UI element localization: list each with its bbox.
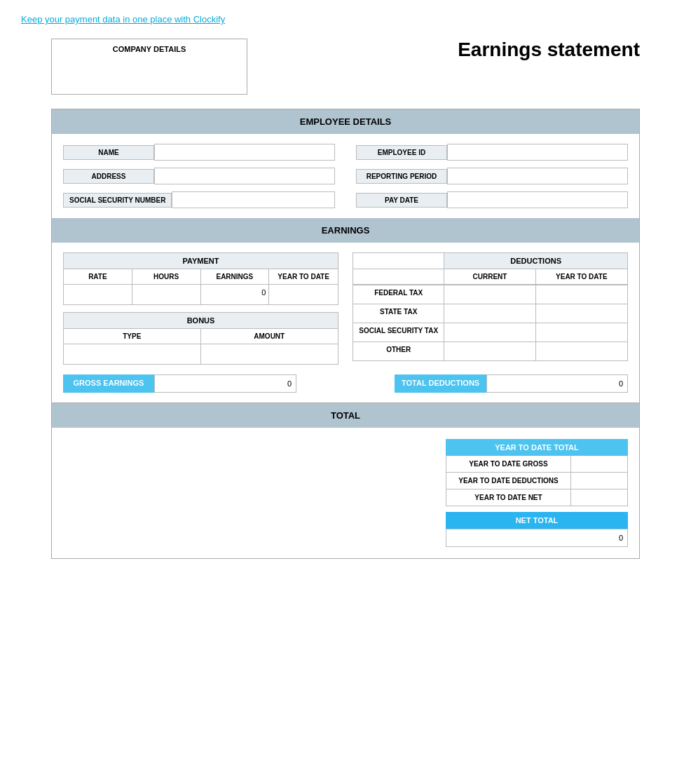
top-link-container: Keep your payment data in one place with… [0, 0, 691, 39]
employee-left-col: NAME ADDRESS SOCIAL SECURITY NUMBER [63, 144, 335, 208]
employee-id-input[interactable] [447, 144, 628, 161]
summary-spacer [310, 374, 381, 393]
earnings-body: PAYMENT RATE HOURS EARNINGS YEAR TO DATE [52, 243, 639, 403]
payment-earnings-cell[interactable]: 0 [201, 285, 270, 304]
page-title: Earnings statement [458, 39, 640, 61]
deductions-header-row: DEDUCTIONS [353, 253, 627, 269]
payment-hours-cell[interactable] [132, 285, 201, 304]
ded-state-current[interactable] [444, 304, 535, 323]
ded-col-current: CURRENT [444, 269, 535, 284]
ytd-deductions-value[interactable] [571, 473, 627, 489]
deductions-main-header: DEDUCTIONS [444, 253, 627, 269]
ytd-rows-container: YEAR TO DATE GROSS YEAR TO DATE DEDUCTIO… [446, 456, 628, 506]
ded-ss-row: SOCIAL SECURITY TAX [353, 323, 627, 342]
bonus-type-cell[interactable] [64, 344, 201, 364]
deductions-block: DEDUCTIONS CURRENT YEAR TO DATE FEDERAL … [353, 252, 628, 361]
payment-rate-cell[interactable] [64, 285, 132, 304]
ded-other-current[interactable] [444, 342, 535, 360]
gross-earnings-value[interactable]: 0 [154, 374, 296, 393]
right-panel: DEDUCTIONS CURRENT YEAR TO DATE FEDERAL … [353, 252, 628, 365]
pay-date-input[interactable] [447, 191, 628, 208]
total-deductions-item: TOTAL DEDUCTIONS 0 [395, 374, 628, 393]
employee-id-label: EMPLOYEE ID [356, 145, 447, 160]
ytd-gross-row: YEAR TO DATE GROSS [446, 456, 627, 472]
payment-col-headers: RATE HOURS EARNINGS YEAR TO DATE [64, 269, 338, 285]
left-panel: PAYMENT RATE HOURS EARNINGS YEAR TO DATE [63, 252, 338, 365]
ded-spacer [353, 253, 444, 269]
ded-ss-ytd[interactable] [536, 323, 627, 342]
ytd-title: YEAR TO DATE TOTAL [446, 439, 628, 456]
ded-col-empty [353, 269, 444, 284]
ytd-net-label: YEAR TO DATE NET [446, 489, 571, 506]
ded-state-label: STATE TAX [353, 304, 444, 323]
ded-ss-label: SOCIAL SECURITY TAX [353, 323, 444, 342]
employee-details-header: EMPLOYEE DETAILS [52, 109, 639, 134]
ded-other-ytd[interactable] [536, 342, 627, 360]
earnings-inner: PAYMENT RATE HOURS EARNINGS YEAR TO DATE [63, 252, 628, 365]
clockify-link[interactable]: Keep your payment data in one place with… [21, 14, 225, 25]
summary-row: GROSS EARNINGS 0 TOTAL DEDUCTIONS 0 [63, 374, 628, 393]
total-header: TOTAL [52, 403, 639, 428]
bonus-col-headers: TYPE AMOUNT [64, 329, 338, 344]
address-input[interactable] [154, 168, 335, 184]
employee-right-col: EMPLOYEE ID REPORTING PERIOD PAY DATE [356, 144, 628, 208]
bonus-row [64, 344, 338, 364]
payment-col-earnings: EARNINGS [201, 269, 270, 285]
earnings-section: EARNINGS PAYMENT RATE HOURS EARNINGS YEA… [52, 218, 639, 403]
ded-federal-label: FEDERAL TAX [353, 285, 444, 304]
payment-ytd-cell[interactable] [269, 285, 338, 304]
name-label: NAME [63, 145, 154, 160]
total-body: YEAR TO DATE TOTAL YEAR TO DATE GROSS YE… [52, 428, 639, 558]
reporting-period-label: REPORTING PERIOD [356, 169, 447, 184]
ytd-net-value[interactable] [571, 489, 627, 506]
total-deductions-value[interactable]: 0 [486, 374, 628, 393]
payment-row: 0 [64, 285, 338, 304]
ded-other-label: OTHER [353, 342, 444, 360]
ded-col-ytd: YEAR TO DATE [536, 269, 627, 284]
ytd-deductions-label: YEAR TO DATE DEDUCTIONS [446, 473, 571, 489]
pay-date-row: PAY DATE [356, 191, 628, 208]
ded-col-headers: CURRENT YEAR TO DATE [353, 269, 627, 285]
main-card: EMPLOYEE DETAILS NAME ADDRESS SOCIAL SEC… [51, 109, 640, 559]
ytd-deductions-row: YEAR TO DATE DEDUCTIONS [446, 472, 627, 489]
payment-col-ytd: YEAR TO DATE [269, 269, 338, 285]
ytd-gross-label: YEAR TO DATE GROSS [446, 456, 571, 472]
net-total-label: NET TOTAL [446, 512, 628, 529]
bonus-header: BONUS [64, 313, 338, 329]
payment-col-hours: HOURS [132, 269, 201, 285]
page-container: COMPANY DETAILS Earnings statement EMPLO… [30, 39, 661, 587]
ded-state-ytd[interactable] [536, 304, 627, 323]
ytd-gross-value[interactable] [571, 456, 627, 472]
employee-id-row: EMPLOYEE ID [356, 144, 628, 161]
bonus-block: BONUS TYPE AMOUNT [63, 312, 338, 365]
reporting-period-input[interactable] [447, 168, 628, 184]
gross-earnings-item: GROSS EARNINGS 0 [63, 374, 296, 393]
employee-grid: NAME ADDRESS SOCIAL SECURITY NUMBER [63, 144, 628, 208]
payment-block: PAYMENT RATE HOURS EARNINGS YEAR TO DATE [63, 252, 338, 305]
pay-date-label: PAY DATE [356, 193, 447, 208]
earnings-header: EARNINGS [52, 218, 639, 243]
company-details-label: COMPANY DETAILS [57, 45, 241, 53]
ded-other-row: OTHER [353, 342, 627, 360]
ded-federal-current[interactable] [444, 285, 535, 304]
company-box: COMPANY DETAILS [51, 39, 247, 95]
ded-ss-current[interactable] [444, 323, 535, 342]
total-deductions-label: TOTAL DEDUCTIONS [395, 374, 486, 393]
gross-earnings-label: GROSS EARNINGS [63, 374, 154, 393]
employee-details-body: NAME ADDRESS SOCIAL SECURITY NUMBER [52, 134, 639, 218]
bonus-col-type: TYPE [64, 329, 201, 344]
net-total-value[interactable]: 0 [446, 529, 628, 547]
ssn-label: SOCIAL SECURITY NUMBER [63, 193, 172, 208]
bonus-amount-cell[interactable] [201, 344, 338, 364]
name-input[interactable] [154, 144, 335, 161]
address-row: ADDRESS [63, 168, 335, 184]
ytd-net-row: YEAR TO DATE NET [446, 489, 627, 506]
total-section: TOTAL YEAR TO DATE TOTAL YEAR TO DATE GR… [52, 403, 639, 558]
name-row: NAME [63, 144, 335, 161]
ded-federal-ytd[interactable] [536, 285, 627, 304]
ytd-block: YEAR TO DATE TOTAL YEAR TO DATE GROSS YE… [446, 439, 628, 547]
ssn-input[interactable] [172, 191, 335, 208]
ssn-row: SOCIAL SECURITY NUMBER [63, 191, 335, 208]
payment-col-rate: RATE [64, 269, 132, 285]
address-label: ADDRESS [63, 169, 154, 184]
